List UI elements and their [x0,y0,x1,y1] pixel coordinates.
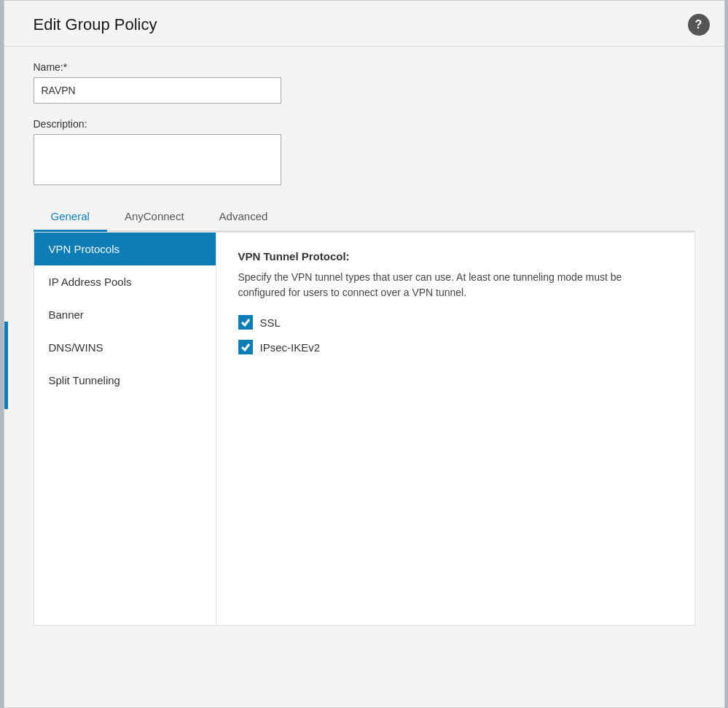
tab-advanced[interactable]: Advanced [202,203,286,232]
ssl-checkbox[interactable] [238,315,253,330]
description-label: Description: [34,118,695,130]
ipsec-label: IPsec-IKEv2 [260,341,321,354]
tab-general[interactable]: General [34,203,107,232]
ipsec-checkbox[interactable] [238,340,253,354]
sidebar-item-dns-wins[interactable]: DNS/WINS [34,331,216,364]
sidebar: VPN Protocols IP Address Pools Banner DN… [34,233,216,625]
sidebar-item-vpn-protocols[interactable]: VPN Protocols [34,233,216,265]
name-input[interactable] [34,77,281,104]
modal-body: Name:* Description: General AnyConnect A… [4,47,724,640]
left-accent [4,322,8,409]
ssl-label: SSL [260,316,281,329]
protocol-description: Specify the VPN tunnel types that user c… [238,270,673,300]
name-label: Name:* [34,61,695,73]
modal-header: Edit Group Policy ? [4,1,724,47]
tabs-container: General AnyConnect Advanced [34,203,695,232]
main-content-panel: VPN Tunnel Protocol: Specify the VPN tun… [216,233,694,625]
modal-container: Edit Group Policy ? Name:* Description: … [4,0,725,708]
protocol-title: VPN Tunnel Protocol: [238,250,673,262]
content-area: VPN Protocols IP Address Pools Banner DN… [34,232,695,626]
sidebar-item-ip-address-pools[interactable]: IP Address Pools [34,265,216,298]
name-field-container: Name:* [34,61,695,104]
sidebar-item-banner[interactable]: Banner [34,298,216,331]
ipsec-checkbox-row: IPsec-IKEv2 [238,340,673,354]
description-field-container: Description: [34,118,695,188]
description-input[interactable] [34,134,281,185]
tab-anyconnect[interactable]: AnyConnect [107,203,202,232]
ssl-checkbox-row: SSL [238,315,673,330]
modal-title: Edit Group Policy [34,15,157,34]
sidebar-item-split-tunneling[interactable]: Split Tunneling [34,364,216,397]
help-icon[interactable]: ? [688,14,710,36]
